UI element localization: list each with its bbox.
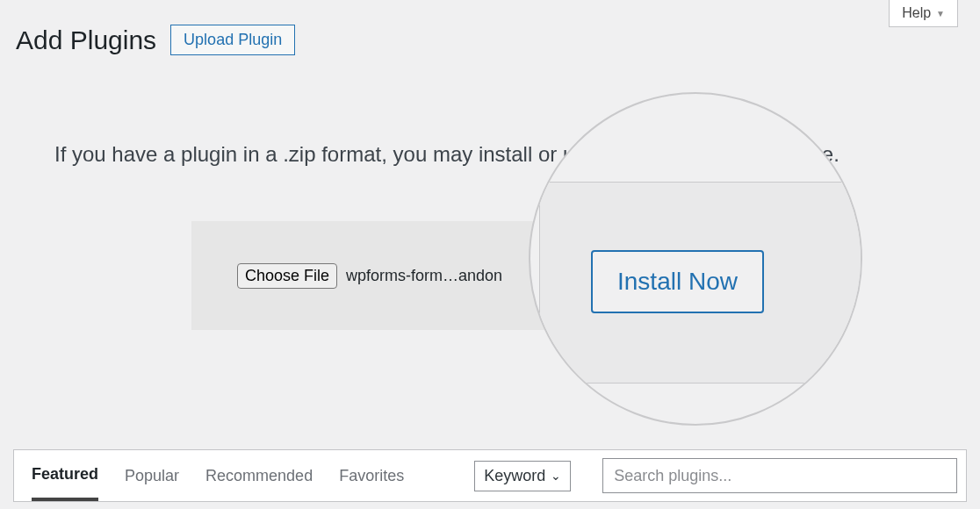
- heading-row: Add Plugins Upload Plugin: [16, 25, 295, 55]
- install-now-button[interactable]: Install Now: [591, 250, 764, 313]
- tab-recommended[interactable]: Recommended: [205, 453, 313, 499]
- tab-featured[interactable]: Featured: [32, 451, 98, 501]
- choose-file-button[interactable]: Choose File: [237, 263, 337, 289]
- tab-popular[interactable]: Popular: [125, 453, 179, 499]
- keyword-label: Keyword: [484, 467, 545, 485]
- upload-plugin-button[interactable]: Upload Plugin: [170, 25, 295, 55]
- selected-file-name: wpforms-form…andon: [346, 267, 502, 285]
- tab-favorites[interactable]: Favorites: [339, 453, 404, 499]
- zoom-highlight-circle: Install Now: [529, 92, 862, 426]
- help-tab[interactable]: Help ▼: [889, 0, 958, 27]
- help-label: Help: [902, 5, 931, 21]
- zoom-inner-panel: Install Now: [539, 182, 862, 384]
- dropdown-triangle-icon: ▼: [936, 9, 945, 18]
- filter-bar: Featured Popular Recommended Favorites K…: [13, 449, 967, 502]
- chevron-down-icon: ⌄: [551, 469, 561, 483]
- search-type-select[interactable]: Keyword ⌄: [474, 461, 571, 491]
- page-title: Add Plugins: [16, 25, 156, 55]
- search-plugins-input[interactable]: [602, 458, 957, 493]
